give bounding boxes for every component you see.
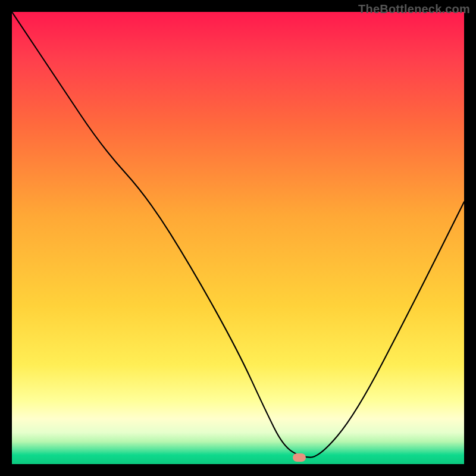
watermark-text: TheBottleneck.com xyxy=(358,2,470,16)
plot-area xyxy=(12,12,464,464)
bottleneck-curve xyxy=(12,12,464,458)
optimum-marker xyxy=(293,453,306,462)
curve-svg xyxy=(12,12,464,464)
chart-container: TheBottleneck.com xyxy=(0,0,476,476)
